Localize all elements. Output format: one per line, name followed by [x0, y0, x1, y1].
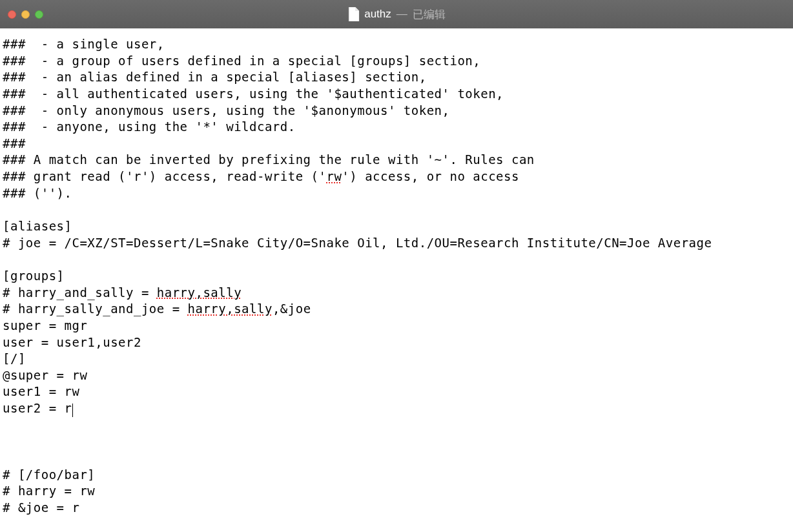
editor-line: ### — [3, 136, 790, 152]
document-icon — [347, 7, 359, 21]
editor-line — [3, 433, 790, 450]
close-button[interactable] — [8, 10, 16, 19]
editor-line: # harry_sally_and_joe = harry,sally,&joe — [3, 301, 790, 318]
editor-line: ### - only anonymous users, using the '$… — [3, 103, 790, 119]
editor-line: ### grant read ('r') access, read-write … — [3, 169, 790, 185]
editor-line: super = mgr — [3, 318, 790, 334]
title-separator: — — [396, 8, 407, 21]
editor-line — [3, 201, 790, 218]
editor-line — [3, 450, 790, 467]
edit-status: 已编辑 — [413, 7, 446, 22]
editor-line: # [/foo/bar] — [3, 467, 790, 484]
editor-line: [aliases] — [3, 218, 790, 235]
editor-line: # joe = /C=XZ/ST=Dessert/L=Snake City/O=… — [3, 235, 790, 252]
editor-line: [/] — [3, 351, 790, 367]
text-cursor — [72, 404, 73, 417]
minimize-button[interactable] — [21, 10, 30, 19]
editor-line: # harry = rw — [3, 483, 790, 500]
editor-line: ### - all authenticated users, using the… — [3, 86, 790, 103]
editor-line: ### (''). — [3, 185, 790, 202]
editor-line: user1 = rw — [3, 384, 790, 400]
editor-line: [groups] — [3, 268, 790, 285]
editor-line: # &joe = r — [3, 500, 790, 517]
filename: authz — [364, 8, 391, 21]
maximize-button[interactable] — [35, 10, 43, 19]
editor-line — [3, 251, 790, 268]
editor-line: @super = rw — [3, 367, 790, 384]
editor-line — [3, 417, 790, 434]
editor-line: ### - a group of users defined in a spec… — [3, 53, 790, 70]
editor-line: ### - an alias defined in a special [ali… — [3, 69, 790, 86]
editor-line: ### - anyone, using the '*' wildcard. — [3, 119, 790, 136]
editor-line: user2 = r — [3, 400, 790, 417]
editor-line: ### A match can be inverted by prefixing… — [3, 152, 790, 169]
text-editor[interactable]: ### - a single user,### - a group of use… — [0, 28, 793, 519]
window-titlebar: authz — 已编辑 — [0, 0, 793, 28]
window-title: authz — 已编辑 — [347, 7, 446, 22]
editor-line: # harry_and_sally = harry,sally — [3, 285, 790, 302]
editor-line: user = user1,user2 — [3, 334, 790, 351]
traffic-lights — [8, 10, 43, 19]
editor-line: ### - a single user, — [3, 36, 790, 53]
